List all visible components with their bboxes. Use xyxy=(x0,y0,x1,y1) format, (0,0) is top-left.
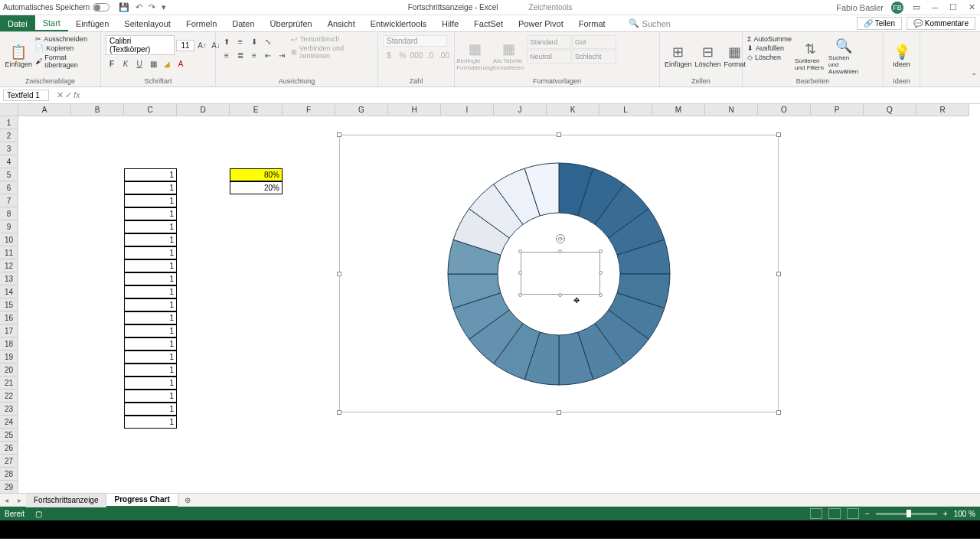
data-cell[interactable]: 1 xyxy=(124,337,177,350)
column-header[interactable]: O xyxy=(758,104,811,116)
copy-button[interactable]: 📄 Kopieren xyxy=(35,44,96,52)
data-cell[interactable]: 1 xyxy=(124,416,177,429)
chart-object[interactable]: ⟳ ✥ xyxy=(339,135,779,412)
border-button[interactable]: ▦ xyxy=(147,57,159,70)
autosum-button[interactable]: Σ AutoSumme xyxy=(747,35,792,43)
align-center-icon[interactable]: ≣ xyxy=(234,49,247,61)
row-header[interactable]: 1 xyxy=(0,116,18,129)
toggle-switch[interactable] xyxy=(93,3,109,11)
row-header[interactable]: 4 xyxy=(0,155,18,168)
name-box[interactable] xyxy=(3,90,49,101)
cancel-formula-icon[interactable]: ✕ xyxy=(57,90,64,100)
resize-handle[interactable] xyxy=(776,132,781,137)
column-header[interactable]: H xyxy=(388,104,441,116)
resize-handle[interactable] xyxy=(337,410,341,415)
sheet-nav-next-icon[interactable]: ▸ xyxy=(13,496,26,504)
resize-handle[interactable] xyxy=(558,293,562,297)
column-header[interactable]: B xyxy=(71,104,124,116)
collapse-ribbon-icon[interactable]: ⌃ xyxy=(971,72,977,80)
data-cell[interactable]: 1 xyxy=(124,181,177,194)
row-header[interactable]: 27 xyxy=(0,455,18,468)
row-header[interactable]: 23 xyxy=(0,403,18,416)
sort-filter-button[interactable]: ⇅Sortieren und Filtern xyxy=(795,35,825,77)
resize-handle[interactable] xyxy=(557,132,561,137)
bold-button[interactable]: F xyxy=(106,57,118,70)
data-cell[interactable]: 1 xyxy=(124,285,177,298)
insert-cells-button[interactable]: ⊞Einfügen xyxy=(665,35,692,77)
row-header[interactable]: 26 xyxy=(0,442,18,455)
tab-insert[interactable]: Einfügen xyxy=(68,15,116,31)
zoom-out-icon[interactable]: − xyxy=(865,510,870,518)
data-cell[interactable]: 1 xyxy=(124,311,177,324)
redo-icon[interactable]: ↷ xyxy=(149,2,155,12)
row-header[interactable]: 20 xyxy=(0,364,18,377)
column-header[interactable]: G xyxy=(335,104,388,116)
autosave-toggle[interactable]: Automatisches Speichern xyxy=(3,3,109,11)
row-header[interactable]: 22 xyxy=(0,390,18,403)
minimize-icon[interactable]: ─ xyxy=(929,2,940,13)
sheet-tab[interactable]: Fortschrittsanzeige xyxy=(26,494,106,507)
row-header[interactable]: 17 xyxy=(0,324,18,337)
zoom-level[interactable]: 100 % xyxy=(954,510,975,518)
resize-handle[interactable] xyxy=(599,271,603,275)
zoom-in-icon[interactable]: + xyxy=(943,510,948,518)
column-header[interactable]: E xyxy=(230,104,283,116)
row-header[interactable]: 28 xyxy=(0,468,18,481)
orientation-icon[interactable]: ⤡ xyxy=(262,35,274,47)
row-header[interactable]: 12 xyxy=(0,259,18,272)
row-header[interactable]: 21 xyxy=(0,377,18,390)
row-header[interactable]: 6 xyxy=(0,181,18,194)
resize-handle[interactable] xyxy=(337,132,341,137)
page-layout-view-icon[interactable] xyxy=(828,508,841,519)
formula-input[interactable] xyxy=(85,91,980,99)
data-cell[interactable]: 1 xyxy=(124,324,177,337)
data-cell[interactable]: 1 xyxy=(124,364,177,377)
maximize-icon[interactable]: ☐ xyxy=(948,2,959,13)
row-header[interactable]: 29 xyxy=(0,481,18,493)
column-header[interactable]: C xyxy=(124,104,177,116)
row-header[interactable]: 11 xyxy=(0,246,18,259)
sheet-tab-active[interactable]: Progress Chart xyxy=(106,494,178,507)
cell-e6[interactable]: 20% xyxy=(230,181,283,194)
tab-help[interactable]: Hilfe xyxy=(434,15,466,31)
column-header[interactable]: Q xyxy=(864,104,916,116)
row-header[interactable]: 5 xyxy=(0,168,18,181)
font-color-button[interactable]: A xyxy=(175,57,187,70)
column-header[interactable]: N xyxy=(705,104,758,116)
data-cell[interactable]: 1 xyxy=(124,377,177,390)
accept-formula-icon[interactable]: ✓ xyxy=(65,90,72,100)
column-header[interactable]: A xyxy=(18,104,71,116)
indent-left-icon[interactable]: ⇤ xyxy=(262,49,274,61)
align-right-icon[interactable]: ≡ xyxy=(248,49,260,61)
ideas-button[interactable]: 💡Ideen xyxy=(888,35,915,77)
column-header[interactable]: P xyxy=(811,104,864,116)
data-cell[interactable]: 1 xyxy=(124,390,177,403)
resize-handle[interactable] xyxy=(776,272,781,276)
italic-button[interactable]: K xyxy=(119,57,132,70)
tab-formulas[interactable]: Formeln xyxy=(178,15,224,31)
delete-cells-button[interactable]: ⊟Löschen xyxy=(695,35,721,77)
increase-font-icon[interactable]: A↑ xyxy=(196,39,208,51)
clear-button[interactable]: ◇ Löschen xyxy=(747,54,792,61)
undo-icon[interactable]: ↶ xyxy=(136,2,142,12)
row-header[interactable]: 18 xyxy=(0,337,18,350)
cell-e5[interactable]: 80% xyxy=(230,168,283,181)
qat-more-icon[interactable]: ▾ xyxy=(162,2,166,12)
data-cell[interactable]: 1 xyxy=(124,403,177,416)
row-header[interactable]: 2 xyxy=(0,129,18,142)
row-header[interactable]: 25 xyxy=(0,429,18,442)
resize-handle[interactable] xyxy=(599,293,603,297)
close-icon[interactable]: ✕ xyxy=(966,2,977,13)
align-bottom-icon[interactable]: ⬇ xyxy=(248,35,260,47)
resize-handle[interactable] xyxy=(518,271,522,275)
data-cell[interactable]: 1 xyxy=(124,233,177,246)
paste-button[interactable]: 📋Einfügen xyxy=(5,35,32,77)
page-break-view-icon[interactable] xyxy=(847,508,859,519)
tab-page-layout[interactable]: Seitenlayout xyxy=(116,15,178,31)
column-header[interactable]: I xyxy=(441,104,494,116)
data-cell[interactable]: 1 xyxy=(124,298,177,311)
column-header[interactable]: F xyxy=(283,104,335,116)
comments-button[interactable]: 💬 Kommentare xyxy=(906,17,975,30)
tab-factset[interactable]: FactSet xyxy=(466,15,511,31)
tab-start[interactable]: Start xyxy=(35,15,68,31)
